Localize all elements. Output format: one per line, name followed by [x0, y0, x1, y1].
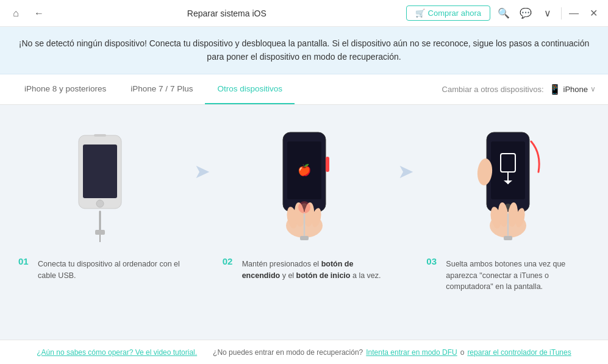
step-3-num: 03: [426, 256, 441, 266]
steps-area: 01 Conecta tu dispositivo al ordenador c…: [0, 105, 608, 340]
comment-icon: 💬: [520, 7, 532, 19]
window-title: Reparar sistema iOS: [187, 9, 266, 18]
footer-link-dfu[interactable]: Intenta entrar en modo DFU: [366, 348, 457, 357]
svg-point-19: [298, 201, 310, 213]
svg-rect-23: [491, 141, 525, 199]
step-3-image: [441, 117, 575, 251]
svg-rect-12: [326, 157, 329, 172]
footer: ¿Aún no sabes cómo operar? Ve el video t…: [0, 340, 608, 364]
footer-text-or: o: [460, 348, 465, 357]
device-name: iPhone: [563, 85, 588, 94]
cart-icon: 🛒: [415, 9, 425, 18]
svg-text:🍎: 🍎: [298, 163, 312, 177]
back-icon: ←: [34, 8, 44, 19]
step-3-illustration: [453, 123, 563, 245]
svg-rect-4: [95, 230, 105, 235]
alert-text: ¡No se detectó ningún dispositivo! Conec…: [19, 38, 589, 62]
search-button[interactable]: 🔍: [495, 5, 512, 22]
device-dropdown[interactable]: 📱 iPhone ∨: [549, 84, 596, 95]
chevron-down-icon: ∨: [544, 7, 551, 19]
step-1-desc: Conecta tu dispositivo al ordenador con …: [38, 259, 182, 282]
tab-otros[interactable]: Otros dispositivos: [205, 74, 295, 104]
step-3-desc: Suelta ambos botones una vez que aparezc…: [446, 259, 590, 293]
step-2:  🍎: [216, 117, 392, 282]
svg-rect-21: [300, 236, 309, 240]
footer-link-itunes[interactable]: reparar el controlador de iTunes: [467, 348, 571, 357]
tab-iphone7[interactable]: iPhone 7 / 7 Plus: [118, 74, 205, 104]
dropdown-arrow-icon: ∨: [590, 85, 596, 93]
arrow-2: ➤: [398, 160, 414, 183]
separator: [561, 7, 562, 20]
step-3-text: 03 Suelta ambos botones una vez que apar…: [420, 256, 596, 293]
device-switcher-label: Cambiar a otros dispositivos:: [442, 85, 544, 94]
feedback-button[interactable]: 💬: [517, 5, 534, 22]
step-2-illustration:  🍎: [249, 123, 359, 245]
step-2-desc: Mantén presionados el botón de encendido…: [242, 259, 386, 282]
minimize-button[interactable]: —: [567, 6, 581, 21]
step-1-text: 01 Conecta tu dispositivo al ordenador c…: [12, 256, 188, 282]
arrow-1: ➤: [194, 160, 210, 183]
back-button[interactable]: ←: [30, 5, 48, 22]
close-icon: ✕: [590, 7, 598, 19]
step-3: 03 Suelta ambos botones una vez que apar…: [420, 117, 596, 293]
device-switcher: Cambiar a otros dispositivos: 📱 iPhone ∨: [442, 84, 596, 95]
home-button[interactable]: ⌂: [7, 5, 24, 22]
tab-iphone8[interactable]: iPhone 8 y posteriores: [12, 74, 118, 104]
phone-small-icon: 📱: [549, 84, 561, 95]
svg-rect-35: [504, 236, 512, 240]
minimize-icon: —: [569, 8, 579, 19]
title-bar: ⌂ ← Reparar sistema iOS 🛒 Comprar ahora …: [0, 0, 608, 27]
svg-rect-1: [83, 145, 117, 198]
footer-text-recovery: ¿No puedes entrar en modo de recuperació…: [213, 348, 363, 357]
main-content: 01 Conecta tu dispositivo al ordenador c…: [0, 105, 608, 340]
svg-rect-6: [94, 134, 106, 137]
steps-row: 01 Conecta tu dispositivo al ordenador c…: [12, 117, 596, 293]
close-button[interactable]: ✕: [586, 6, 601, 21]
app-window: ⌂ ← Reparar sistema iOS 🛒 Comprar ahora …: [0, 0, 608, 364]
svg-point-2: [96, 200, 104, 207]
footer-link-tutorial[interactable]: ¿Aún no sabes cómo operar? Ve el video t…: [37, 348, 197, 357]
tabs-bar: iPhone 8 y posteriores iPhone 7 / 7 Plus…: [0, 74, 608, 105]
step-1: 01 Conecta tu dispositivo al ordenador c…: [12, 117, 188, 282]
alert-banner: ¡No se detectó ningún dispositivo! Conec…: [0, 27, 608, 74]
step-2-image:  🍎: [237, 117, 371, 251]
more-button[interactable]: ∨: [539, 5, 556, 22]
step-2-num: 02: [223, 256, 237, 266]
step-1-num: 01: [18, 256, 33, 266]
step-1-image: [33, 117, 167, 251]
home-icon: ⌂: [13, 8, 19, 19]
step-2-text: 02 Mantén presionados el botón de encend…: [216, 256, 392, 282]
step-1-illustration: [45, 123, 155, 245]
search-icon: 🔍: [498, 7, 510, 19]
buy-button[interactable]: 🛒 Comprar ahora: [406, 5, 490, 21]
